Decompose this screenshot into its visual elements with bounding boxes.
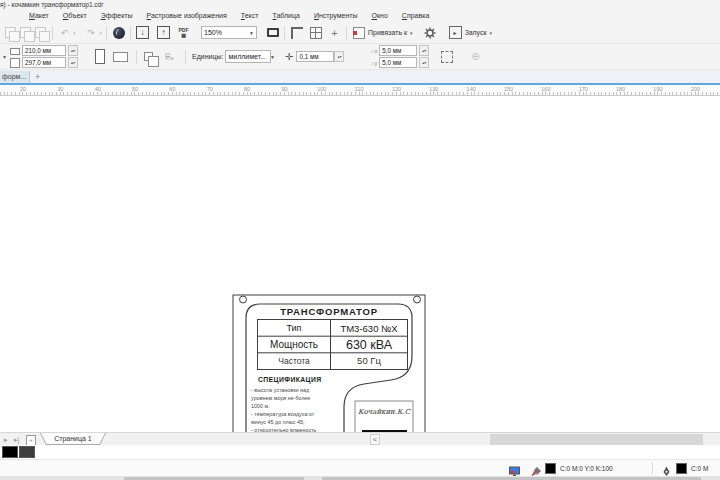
last-page-icon[interactable]: ▸| (14, 435, 19, 444)
title-bar: я) - кочамкин трансформатор1.cdr (0, 0, 720, 10)
page-height-field[interactable]: 297,0 мм (22, 57, 66, 68)
snap-icon[interactable] (351, 25, 366, 40)
import-button[interactable]: ↓ (135, 25, 150, 40)
ruler-label: 140 (467, 86, 476, 92)
export-button[interactable]: ↑ (156, 25, 171, 40)
ruler-label: 40 (95, 86, 101, 92)
undo-dropdown-icon[interactable]: ▾ (73, 30, 76, 36)
spec-line: уровнем моря не более (251, 395, 310, 401)
ruler-label: 190 (653, 86, 662, 92)
redo-dropdown-icon[interactable]: ▾ (100, 30, 103, 36)
ruler-label: 50 (132, 86, 138, 92)
duplicate-x-field[interactable]: 5,0 мм (379, 45, 417, 56)
current-page-icon[interactable]: ⎘₀ (162, 49, 177, 64)
treat-as-filled-button[interactable] (439, 49, 454, 64)
table-row-value: ТМ3-630 №X (340, 323, 398, 334)
add-plus-icon[interactable]: ⊕ (468, 49, 483, 64)
launch-dropdown-icon[interactable]: ▾ (490, 30, 493, 36)
page-height-spinner[interactable]: ▴▾ (68, 57, 78, 68)
plate-title: ТРАНСФОРМАТОР (280, 306, 378, 317)
duplicate-y-spinner[interactable]: ▴▾ (419, 57, 429, 68)
publish-pdf-button[interactable]: PDF▦ (176, 25, 191, 40)
page-tab[interactable]: Страница 1 (40, 433, 106, 445)
units-combobox[interactable]: миллимет... ▼ (225, 50, 271, 63)
menu-item-8[interactable]: Справка (395, 10, 436, 22)
show-grid-button[interactable] (308, 25, 323, 40)
redo-button[interactable]: ↷ (84, 25, 99, 40)
spec-line: - высота установки над (251, 387, 310, 393)
window-title: я) - кочамкин трансформатор1.cdr (0, 1, 103, 8)
snap-to-label[interactable]: Привязать к (368, 29, 407, 36)
units-dropdown-icon[interactable]: ▼ (266, 54, 275, 60)
menu-item-5[interactable]: Таблица (265, 10, 306, 22)
snap-dropdown-icon[interactable]: ▾ (410, 30, 413, 36)
duplicate-x-spinner[interactable]: ▴▾ (419, 45, 429, 56)
portrait-button[interactable] (92, 49, 107, 64)
menu-item-0[interactable]: Макет (22, 10, 56, 22)
ruler-label: 200 (691, 86, 700, 92)
zoom-dropdown-icon[interactable]: ▼ (245, 30, 254, 36)
nudge-distance-field[interactable]: 0,1 мм (296, 51, 334, 62)
outline-color-swatch[interactable] (676, 463, 687, 474)
ruler-label: 160 (541, 86, 550, 92)
next-page-icon[interactable]: ▸ (4, 435, 8, 444)
nudge-spinner[interactable]: ▴▾ (334, 51, 344, 62)
fill-color-swatch[interactable] (545, 463, 556, 474)
ruler-label: 120 (392, 86, 401, 92)
palette-swatch-dark-gray[interactable] (19, 446, 35, 458)
search-content-icon[interactable] (111, 25, 126, 40)
fill-bucket-icon[interactable] (531, 463, 543, 476)
ruler-label: 60 (169, 86, 175, 92)
screw-hole-icon (240, 296, 247, 303)
document-tab[interactable]: форм... (0, 71, 30, 83)
page-tab-bar: ▸ ▸| + Страница 1 < (0, 432, 720, 445)
options-gear-icon[interactable] (423, 25, 438, 40)
hscroll-left-button[interactable]: < (370, 434, 380, 445)
menu-item-4[interactable]: Текст (234, 10, 266, 22)
drawing-canvas[interactable]: ТРАНСФОРМАТОР Тип ТМ3-630 №X Мощность 63… (0, 96, 720, 432)
hscroll-thumb[interactable] (490, 434, 703, 445)
page-width-spinner[interactable]: ▴▾ (68, 45, 78, 56)
menu-item-1[interactable]: Объект (56, 10, 94, 22)
copy-icon[interactable] (18, 25, 33, 40)
duplicate-y-field[interactable]: 5,0 мм (379, 57, 417, 68)
show-rulers-button[interactable] (289, 25, 304, 40)
duplicate-icon[interactable] (33, 25, 48, 40)
duplicate-x-icon: ⁙x (370, 48, 377, 54)
new-document-tab-button[interactable]: + (35, 71, 40, 83)
document-tab-strip: форм... + (0, 70, 720, 85)
menu-item-7[interactable]: Окно (365, 10, 395, 22)
outline-pen-icon[interactable] (662, 463, 671, 476)
menu-item-2[interactable]: Эффекты (94, 10, 140, 22)
spec-line: 1000 м. (251, 403, 270, 409)
page-width-field[interactable]: 210,0 мм (22, 45, 66, 56)
page-tab-label: Страница 1 (41, 433, 105, 444)
table-row-label: Тип (286, 323, 301, 333)
page-width-icon (10, 48, 20, 55)
screw-hole-icon (414, 296, 421, 303)
show-guidelines-button[interactable]: + (327, 25, 342, 40)
page-size-preset-dropdown-icon[interactable]: ▾ (3, 53, 6, 60)
menu-item-3[interactable]: Растровые изображения (140, 10, 234, 22)
spec-line: минус 45 до плюс 45; (251, 419, 305, 425)
all-pages-icon[interactable] (141, 49, 156, 64)
units-label: Единицы: (192, 53, 223, 60)
ruler-label: 100 (317, 86, 326, 92)
fullscreen-preview-button[interactable] (265, 25, 280, 40)
fill-color-values: C:0 M:0 Y:0 K:100 (560, 465, 613, 472)
undo-button[interactable]: ↶ (57, 25, 72, 40)
ruler-label: 30 (57, 86, 63, 92)
ruler-label: 150 (504, 86, 513, 92)
table-row-label: Мощность (270, 339, 318, 350)
outline-color-values: C:0 M (691, 465, 708, 472)
zoom-level-combobox[interactable]: 150% ▼ (201, 26, 257, 39)
document-palette (0, 445, 720, 459)
palette-swatch-black[interactable] (2, 446, 18, 458)
horizontal-ruler[interactable]: 2030405060708090100110120130140150160170… (0, 85, 720, 96)
ruler-label: 80 (244, 86, 250, 92)
launch-icon[interactable]: ▸ (448, 25, 463, 40)
paste-icon[interactable] (3, 25, 18, 40)
landscape-button[interactable] (113, 49, 128, 64)
launch-label[interactable]: Запуск (465, 29, 487, 36)
menu-item-6[interactable]: Инструменты (307, 10, 365, 22)
